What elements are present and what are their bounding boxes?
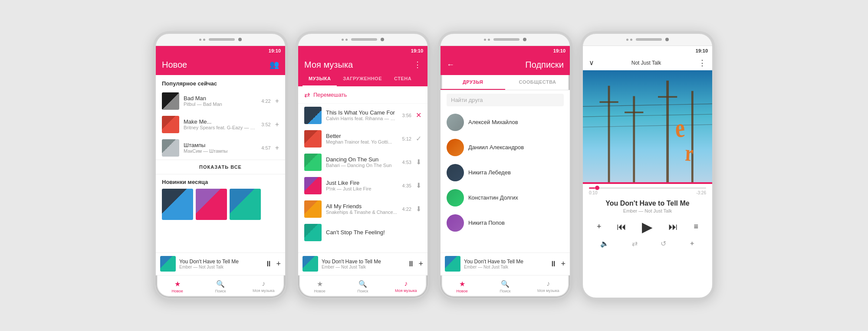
back-icon[interactable]: ← (447, 60, 454, 69)
phone-camera (665, 38, 669, 41)
pause-button[interactable]: ⏸ (265, 259, 273, 269)
track-item[interactable]: Bad Man Pitbul — Bad Man 4:22 + (156, 89, 285, 113)
settings-icon[interactable]: ✦ (689, 239, 695, 248)
phone-speaker (209, 38, 235, 41)
remove-icon[interactable]: ✕ (416, 111, 421, 119)
phone-top-bar-3 (441, 34, 570, 46)
shuffle-row[interactable]: ⇄ Перемешать (298, 86, 427, 104)
chevron-down-icon[interactable]: ∨ (589, 59, 594, 67)
friend-item[interactable]: Никита Лебедев (441, 160, 570, 185)
download-icon[interactable]: ⬇ (416, 205, 421, 213)
download-icon[interactable]: ⬇ (416, 158, 421, 166)
friend-avatar (447, 214, 464, 232)
search-input[interactable]: Найти друга (447, 94, 564, 106)
phone-speaker (493, 38, 519, 41)
track-item[interactable]: Just Like Fire P!nk — Just Like Fire 4:3… (298, 174, 427, 197)
track-item[interactable]: Make Me... Britney Spears feat. G-Eazy —… (156, 113, 285, 136)
player-controls: ⏸ (265, 259, 273, 269)
add-icon[interactable]: + (275, 144, 279, 152)
phone-dot (484, 39, 486, 41)
progress-dot[interactable] (595, 186, 599, 190)
nav-item-search[interactable]: 🔍 Поиск (341, 275, 384, 298)
next-button[interactable]: ⏭ (668, 221, 678, 233)
download-icon[interactable]: ⬇ (416, 181, 421, 190)
track-info: Штампы МакСим — Штампы (184, 142, 257, 154)
track-item[interactable]: Can't Stop The Feeling! (298, 221, 427, 244)
search-icon: 🔍 (501, 280, 510, 288)
tab-music[interactable]: МУЗЫКА (302, 72, 337, 86)
track-duration: 4:57 (261, 145, 270, 151)
add-icon[interactable]: + (275, 97, 279, 105)
show-all-button[interactable]: ПОКАЗАТЬ ВСЕ (156, 160, 285, 174)
friend-item[interactable]: Никита Попов (441, 210, 570, 236)
player-info: You Don't Have to Tell Me Ember — Not Ju… (322, 259, 404, 269)
menu-icon-2[interactable]: ⋮ (414, 60, 421, 69)
track-artist: Calvin Harris feat. Rihanna — Th... (326, 116, 398, 121)
track-item[interactable]: Штампы МакСим — Штампы 4:57 + (156, 136, 285, 160)
popular-header: Популярное сейчас (156, 75, 285, 89)
pause-button[interactable]: ⏸ (549, 259, 557, 269)
add-icon[interactable]: + (275, 121, 279, 128)
add-to-library-button[interactable]: + (418, 259, 423, 269)
svg-rect-3 (691, 91, 694, 184)
speaker-icon[interactable]: 🔈 (600, 239, 609, 248)
track-thumb (304, 224, 322, 241)
phone-dot (488, 39, 490, 41)
star-icon: ★ (459, 280, 465, 288)
queue-icon[interactable]: ≡ (694, 222, 698, 231)
track-title: Штампы (184, 142, 257, 148)
progress-bar[interactable] (589, 187, 706, 189)
nav-label: Поиск (500, 289, 511, 293)
nav-item-music[interactable]: ♪ Моя музыка (242, 275, 285, 298)
nav-item-search[interactable]: 🔍 Поиск (199, 275, 242, 298)
track-info: Better Meghan Trainor feat. Yo Gotti... (326, 133, 398, 144)
tab-wall[interactable]: СТЕНА (388, 72, 418, 86)
album-thumb[interactable] (196, 189, 227, 220)
track-item[interactable]: This Is What You Came For Calvin Harris … (298, 104, 427, 127)
shuffle-icon[interactable]: ⇄ (632, 239, 638, 248)
tab-downloaded[interactable]: ЗАГРУЖЕННОЕ (337, 72, 388, 86)
track-artist: Snakehips & Tinashe & Chance... (326, 210, 398, 215)
track-item[interactable]: Dancing On The Sun Bahari — Dancing On T… (298, 151, 427, 174)
track-info: Dancing On The Sun Bahari — Dancing On T… (326, 156, 398, 168)
app-bar-3: ← Подписки (441, 56, 570, 75)
add-to-library-button[interactable]: + (561, 259, 566, 269)
star-icon: ★ (174, 280, 181, 288)
player-main-controls: + ⏮ ▶ ⏭ ≡ (583, 217, 712, 238)
more-menu-icon[interactable]: ⋮ (698, 58, 706, 68)
add-icon[interactable]: + (597, 222, 602, 231)
nav-item-search[interactable]: 🔍 Поиск (483, 275, 526, 298)
track-thumb (162, 139, 179, 157)
album-thumb[interactable] (230, 189, 261, 220)
tab-communities[interactable]: СООБЩЕСТВА (505, 75, 570, 90)
people-icon-1[interactable]: 👥 (270, 60, 279, 69)
friend-item[interactable]: Даниил Александров (441, 135, 570, 160)
friend-item[interactable]: Константин Долгих (441, 185, 570, 210)
friend-item[interactable]: Алексей Михайлов (441, 110, 570, 135)
repeat-icon[interactable]: ↺ (661, 239, 666, 248)
nav-item-music[interactable]: ♪ Моя музыка (385, 275, 427, 298)
nav-item-music[interactable]: ♪ Моя музыка (527, 275, 570, 298)
nav-item-home[interactable]: ★ Новое (156, 275, 199, 298)
previous-button[interactable]: ⏮ (617, 221, 626, 233)
play-button[interactable]: ▶ (642, 219, 653, 235)
pause-button[interactable]: ⏸ (407, 259, 415, 269)
track-info: Bad Man Pitbul — Bad Man (184, 95, 257, 107)
add-to-library-button[interactable]: + (276, 259, 281, 269)
nav-item-home[interactable]: ★ Новое (298, 275, 341, 298)
track-duration: 3:56 (402, 113, 411, 118)
shuffle-icon: ⇄ (304, 91, 310, 99)
app-bar-2: Моя музыка ⋮ (298, 56, 427, 72)
track-duration: 3:52 (261, 122, 270, 127)
star-icon: ★ (317, 280, 323, 288)
content-1: Популярное сейчас Bad Man Pitbul — Bad M… (156, 75, 285, 252)
track-artist: Meghan Trainor feat. Yo Gotti... (326, 139, 398, 144)
track-item[interactable]: Better Meghan Trainor feat. Yo Gotti... … (298, 127, 427, 151)
album-thumb[interactable] (162, 189, 193, 220)
app-bar-title-1: Новое (162, 60, 187, 70)
track-item[interactable]: All My Friends Snakehips & Tinashe & Cha… (298, 197, 427, 221)
friend-name: Константин Долгих (468, 194, 518, 201)
nav-item-home[interactable]: ★ Новое (441, 275, 483, 298)
tab-friends[interactable]: ДРУЗЬЯ (441, 75, 505, 90)
song-artist: Ember — Not Just Talk (583, 208, 712, 217)
